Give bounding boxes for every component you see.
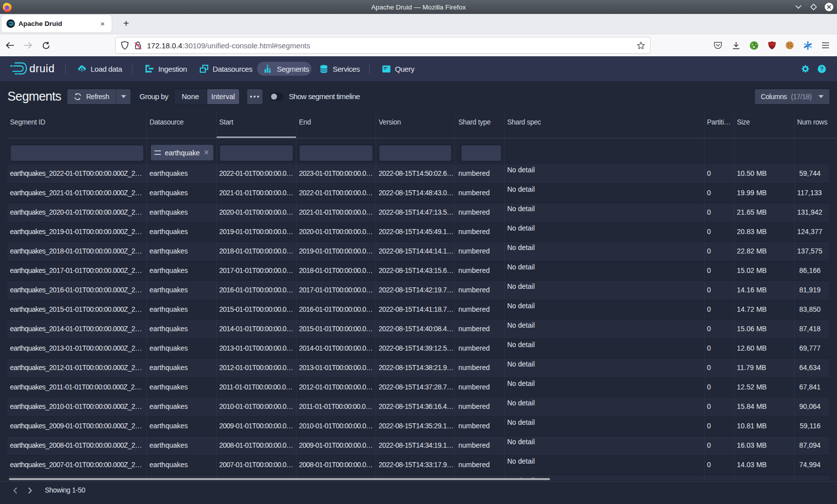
cell-shard-type[interactable]: numbered	[455, 359, 505, 378]
cell-partitioning[interactable]: 0	[704, 436, 734, 455]
cell-shard-spec[interactable]: No detail	[505, 242, 704, 261]
column-header-shard-spec[interactable]: Shard spec	[505, 112, 704, 138]
cell-end[interactable]: 2009-01-01T00:00:00.0…	[296, 436, 376, 455]
cell-start[interactable]: 2009-01-01T00:00:00.0…	[217, 417, 296, 436]
cell-version[interactable]: 2022-08-15T14:41:18.7…	[376, 300, 455, 319]
cell-num-rows[interactable]	[795, 475, 829, 480]
cell-start[interactable]: 2015-01-01T00:00:00.0…	[217, 300, 296, 319]
cell-size[interactable]: 12.60 MB	[734, 339, 795, 358]
downloads-icon[interactable]	[731, 40, 741, 50]
cell-segment-id[interactable]: earthquakes_2018-01-01T00:00:00.000Z_2…	[7, 242, 147, 261]
cell-end[interactable]: 2017-01-01T00:00:00.0…	[296, 281, 376, 300]
cell-version[interactable]: 2022-08-15T14:44:14.1…	[376, 242, 455, 261]
cell-datasource[interactable]: earthquakes	[147, 436, 217, 455]
column-header-partitioning[interactable]: Partiti…	[704, 112, 734, 138]
cell-partitioning[interactable]: 0	[704, 300, 734, 319]
filter-input-end[interactable]	[299, 145, 373, 161]
cell-end[interactable]: 2020-01-01T00:00:00.0…	[296, 223, 376, 242]
cell-partitioning[interactable]: 0	[704, 281, 734, 300]
cell-version[interactable]: 2022-08-15T14:39:12.5…	[376, 339, 455, 358]
cell-partitioning[interactable]: 0	[704, 397, 734, 416]
cell-partitioning[interactable]	[704, 475, 734, 480]
cell-version[interactable]: 2022-08-15T14:35:29.1…	[376, 417, 455, 436]
cell-shard-type[interactable]: numbered	[455, 456, 505, 475]
cell-partitioning[interactable]: 0	[704, 456, 734, 475]
cell-partitioning[interactable]: 0	[704, 164, 734, 183]
cell-datasource[interactable]: earthquakes	[147, 397, 217, 416]
cell-size[interactable]: 14.72 MB	[734, 300, 795, 319]
cell-datasource[interactable]: earthquakes	[147, 261, 217, 280]
cell-shard-type[interactable]: numbered	[455, 242, 505, 261]
cell-datasource[interactable]: earthquakes	[147, 184, 217, 203]
cell-shard-type[interactable]: numbered	[455, 281, 505, 300]
cell-start[interactable]: 2017-01-01T00:00:00.0…	[217, 261, 296, 280]
cell-end[interactable]: 2016-01-01T00:00:00.0…	[296, 300, 376, 319]
tab-close-icon[interactable]: ×	[98, 19, 108, 28]
cell-size[interactable]: 15.06 MB	[734, 320, 795, 339]
cell-shard-spec[interactable]: No detail	[505, 281, 704, 300]
cell-size[interactable]: 11.79 MB	[734, 359, 795, 378]
cell-end[interactable]: 2011-01-01T00:00:00.0…	[296, 397, 376, 416]
cell-num-rows[interactable]: 69,777	[795, 339, 829, 358]
cell-shard-spec[interactable]: No detail	[505, 359, 704, 378]
cell-end[interactable]: 2012-01-01T00:00:00.0…	[296, 378, 376, 397]
cell-shard-type[interactable]: numbered	[455, 223, 505, 242]
column-header-size[interactable]: Size	[734, 112, 795, 138]
cookie-icon[interactable]	[785, 40, 795, 50]
cell-version[interactable]: 2022-08-15T14:50:02.6…	[376, 164, 455, 183]
horizontal-scrollbar-thumb[interactable]	[9, 478, 550, 480]
group-by-none-button[interactable]: None	[174, 89, 207, 104]
cell-end[interactable]: 2014-01-01T00:00:00.0…	[296, 339, 376, 358]
cell-size[interactable]: 14.16 MB	[734, 281, 795, 300]
cell-shard-spec[interactable]: No detail	[505, 456, 704, 475]
column-header-end[interactable]: End	[296, 112, 376, 138]
datasource-filter-tag[interactable]: earthquake ×	[151, 145, 213, 160]
cell-datasource[interactable]: earthquakes	[147, 242, 217, 261]
pocket-icon[interactable]	[713, 40, 723, 50]
cell-partitioning[interactable]: 0	[704, 359, 734, 378]
cell-end[interactable]: 2013-01-01T00:00:00.0…	[296, 359, 376, 378]
cell-datasource[interactable]: earthquakes	[147, 223, 217, 242]
filter-input-start[interactable]	[220, 145, 293, 161]
cell-version[interactable]: 2022-08-15T14:43:15.6…	[376, 261, 455, 280]
cell-version[interactable]: 2022-08-15T14:36:16.4…	[376, 397, 455, 416]
previous-page-button[interactable]	[11, 487, 19, 495]
filter-input-version[interactable]	[379, 145, 451, 161]
cell-shard-type[interactable]: numbered	[455, 378, 505, 397]
cell-start[interactable]: 2008-01-01T00:00:00.0…	[217, 436, 296, 455]
privacy-badger-icon[interactable]	[749, 40, 759, 50]
cell-end[interactable]: 2023-01-01T00:00:00.0…	[296, 164, 376, 183]
cell-num-rows[interactable]: 87,418	[795, 320, 829, 339]
cell-size[interactable]: 10.81 MB	[734, 417, 795, 436]
cell-partitioning[interactable]: 0	[704, 339, 734, 358]
cell-partitioning[interactable]: 0	[704, 184, 734, 203]
remove-filter-icon[interactable]: ×	[204, 148, 209, 157]
cell-start[interactable]: 2018-01-01T00:00:00.0…	[217, 242, 296, 261]
cell-size[interactable]: 15.84 MB	[734, 397, 795, 416]
ublock-origin-icon[interactable]	[767, 40, 777, 50]
cell-segment-id[interactable]: earthquakes_2013-01-01T00:00:00.000Z_2…	[7, 339, 147, 358]
cell-version[interactable]: 2022-08-15T14:45:49.1…	[376, 223, 455, 242]
cell-partitioning[interactable]: 0	[704, 242, 734, 261]
column-header-shard-type[interactable]: Shard type	[455, 112, 505, 138]
cell-start[interactable]: 2019-01-01T00:00:00.0…	[217, 223, 296, 242]
cell-datasource[interactable]: earthquakes	[147, 281, 217, 300]
cell-shard-type[interactable]: numbered	[455, 417, 505, 436]
more-options-button[interactable]	[247, 89, 263, 104]
cell-shard-spec[interactable]: No detail	[505, 339, 704, 358]
cell-size[interactable]: 10.50 MB	[734, 164, 795, 183]
cell-size[interactable]: 16.03 MB	[734, 436, 795, 455]
column-header-version[interactable]: Version	[376, 112, 455, 138]
group-by-interval-button[interactable]: Interval	[207, 89, 239, 104]
cell-version[interactable]: 2022-08-15T14:42:19.7…	[376, 281, 455, 300]
cell-end[interactable]: 2015-01-01T00:00:00.0…	[296, 320, 376, 339]
cell-start[interactable]: 2021-01-01T00:00:00.0…	[217, 184, 296, 203]
cell-shard-type[interactable]: numbered	[455, 203, 505, 222]
nav-item-segments[interactable]: Segments	[257, 62, 311, 76]
cell-partitioning[interactable]: 0	[704, 378, 734, 397]
cell-version[interactable]: 2022-08-15T14:40:08.4…	[376, 320, 455, 339]
cell-size[interactable]	[734, 475, 795, 480]
cell-segment-id[interactable]: earthquakes_2021-01-01T00:00:00.000Z_2…	[7, 184, 147, 203]
cell-version[interactable]: 2022-08-15T14:37:28.7…	[376, 378, 455, 397]
cell-shard-spec[interactable]: No detail	[505, 300, 704, 319]
